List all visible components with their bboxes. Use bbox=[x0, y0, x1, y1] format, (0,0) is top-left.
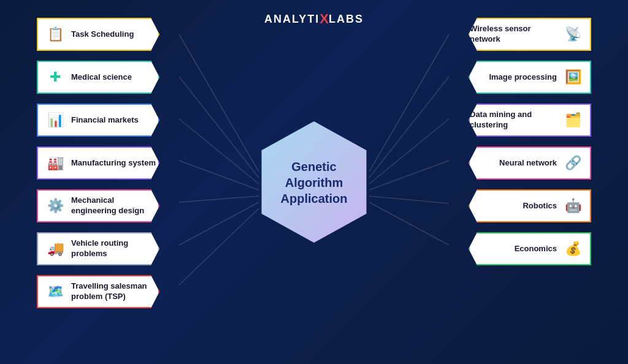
svg-line-6 bbox=[179, 208, 259, 285]
svg-line-3 bbox=[179, 161, 259, 190]
data-mining-icon: 🗂️ bbox=[563, 110, 583, 130]
image-processing-label: Image processing bbox=[489, 72, 557, 83]
card-body: Robotics 🤖 bbox=[469, 189, 591, 222]
card-body: Economics 💰 bbox=[469, 232, 591, 265]
task-scheduling-label: Task Scheduling bbox=[71, 29, 134, 40]
wireless-sensor-icon: 📡 bbox=[563, 25, 583, 44]
card-body: 🗺️ Travelling salesman problem (TSP) bbox=[37, 275, 159, 308]
travelling-salesman-label: Travelling salesman problem (TSP) bbox=[71, 281, 158, 302]
economics-label: Economics bbox=[515, 244, 557, 254]
item-wireless-sensor: Wireless sensor network 📡 bbox=[450, 15, 591, 53]
card-body: Data mining and clustering 🗂️ bbox=[469, 104, 591, 137]
item-medical-science: ✚ Medical science bbox=[37, 58, 178, 96]
header-logo: ANALYTIXLABS bbox=[264, 11, 364, 27]
center-hexagon: Genetic Algorithm Application bbox=[259, 119, 369, 246]
item-manufacturing-system: 🏭 Manufacturing system bbox=[37, 144, 178, 182]
mechanical-engineering-icon: ⚙️ bbox=[45, 196, 65, 216]
svg-line-9 bbox=[369, 119, 449, 184]
vehicle-routing-label: Vehicle routing problems bbox=[71, 238, 158, 259]
svg-line-5 bbox=[179, 202, 259, 245]
item-image-processing: Image processing 🖼️ bbox=[450, 58, 591, 96]
item-neural-network: Neural network 🔗 bbox=[450, 144, 591, 182]
svg-line-8 bbox=[369, 77, 449, 178]
item-robotics: Robotics 🤖 bbox=[450, 187, 591, 225]
svg-line-7 bbox=[369, 34, 449, 172]
right-column: Wireless sensor network 📡 Image processi… bbox=[450, 15, 591, 268]
medical-science-icon: ✚ bbox=[45, 67, 65, 87]
hex-label: Genetic Algorithm Application bbox=[271, 158, 357, 206]
vehicle-routing-icon: 🚚 bbox=[45, 239, 65, 259]
svg-line-0 bbox=[179, 34, 259, 172]
card-body: 📊 Financial markets bbox=[37, 104, 159, 137]
wireless-sensor-label: Wireless sensor network bbox=[470, 24, 557, 45]
logo-x: X bbox=[320, 11, 329, 27]
svg-line-10 bbox=[369, 161, 449, 190]
logo-text-part1: ANALYTI bbox=[264, 13, 320, 26]
card-body: 🚚 Vehicle routing problems bbox=[37, 232, 159, 265]
item-financial-markets: 📊 Financial markets bbox=[37, 101, 178, 139]
logo-text-part2: LABS bbox=[329, 13, 364, 26]
card-body: ⚙️ Mechanical engineering design bbox=[37, 189, 159, 222]
svg-line-1 bbox=[179, 77, 259, 178]
image-processing-icon: 🖼️ bbox=[563, 67, 583, 87]
card-body: 🏭 Manufacturing system bbox=[37, 146, 159, 180]
item-vehicle-routing: 🚚 Vehicle routing problems bbox=[37, 230, 178, 268]
card-body: Wireless sensor network 📡 bbox=[469, 18, 591, 51]
item-task-scheduling: 📋 Task Scheduling bbox=[37, 15, 178, 53]
svg-line-12 bbox=[369, 202, 449, 245]
medical-science-label: Medical science bbox=[71, 72, 132, 83]
svg-line-2 bbox=[179, 119, 259, 184]
card-body: Image processing 🖼️ bbox=[469, 61, 591, 94]
item-mechanical-engineering: ⚙️ Mechanical engineering design bbox=[37, 187, 178, 225]
financial-markets-icon: 📊 bbox=[45, 110, 65, 130]
robotics-icon: 🤖 bbox=[563, 196, 583, 216]
financial-markets-label: Financial markets bbox=[71, 115, 139, 126]
travelling-salesman-icon: 🗺️ bbox=[45, 282, 65, 301]
robotics-label: Robotics bbox=[523, 201, 557, 211]
neural-network-label: Neural network bbox=[499, 158, 557, 169]
mechanical-engineering-label: Mechanical engineering design bbox=[71, 195, 158, 216]
svg-line-4 bbox=[179, 196, 259, 202]
data-mining-label: Data mining and clustering bbox=[470, 110, 557, 131]
task-scheduling-icon: 📋 bbox=[45, 25, 65, 44]
card-body: ✚ Medical science bbox=[37, 61, 159, 94]
economics-icon: 💰 bbox=[563, 239, 583, 259]
left-column: 📋 Task Scheduling ✚ Medical science 📊 Fi… bbox=[37, 15, 178, 311]
svg-line-11 bbox=[369, 196, 449, 203]
item-data-mining: Data mining and clustering 🗂️ bbox=[450, 101, 591, 139]
manufacturing-system-label: Manufacturing system bbox=[71, 158, 156, 169]
manufacturing-system-icon: 🏭 bbox=[45, 153, 65, 173]
card-body: 📋 Task Scheduling bbox=[37, 18, 159, 51]
item-economics: Economics 💰 bbox=[450, 230, 591, 268]
item-travelling-salesman: 🗺️ Travelling salesman problem (TSP) bbox=[37, 273, 178, 311]
neural-network-icon: 🔗 bbox=[563, 153, 583, 173]
card-body: Neural network 🔗 bbox=[469, 146, 591, 180]
